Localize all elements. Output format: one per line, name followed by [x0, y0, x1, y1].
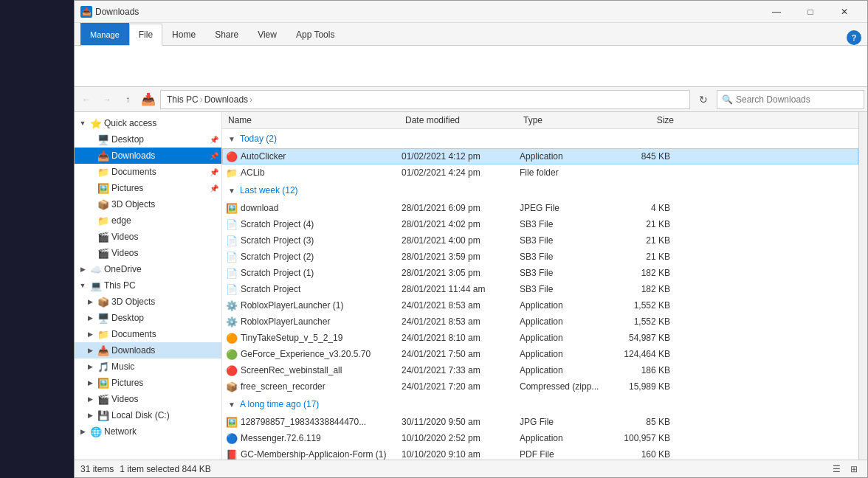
- file-row-roblox[interactable]: ⚙️ RobloxPlayerLauncher 24/01/2021 8:53 …: [222, 314, 858, 330]
- file-row-tinytake[interactable]: 🟠 TinyTakeSetup_v_5_2_19 24/01/2021 8:10…: [222, 330, 858, 346]
- tree-label-onedrive: OneDrive: [104, 264, 142, 274]
- toggle-localdisk: ▶: [85, 410, 95, 420]
- col-header-date[interactable]: Date modified: [399, 115, 517, 125]
- col-header-size[interactable]: Size: [613, 115, 680, 125]
- file-row-autoclicker[interactable]: 🔴 AutoClicker 01/02/2021 4:12 pm Applica…: [222, 148, 858, 164]
- tree-label-pictures2: Pictures: [111, 378, 143, 388]
- file-row-download[interactable]: 🖼️ download 28/01/2021 6:09 pm JPEG File…: [222, 200, 858, 216]
- tree-item-3dobjects2[interactable]: ▶ 📦 3D Objects: [75, 294, 221, 310]
- file-size-gcmembership1: 160 KB: [610, 449, 676, 460]
- group-lastweek[interactable]: ▼ Last week (12): [222, 181, 858, 200]
- file-type-roblox: Application: [514, 316, 610, 327]
- tree-item-pictures[interactable]: 🖼️ Pictures 📌: [75, 180, 221, 196]
- tree-label-music: Music: [111, 361, 134, 372]
- refresh-button[interactable]: ↻: [693, 89, 714, 110]
- file-icon-scratch1: 📄: [226, 267, 238, 279]
- tree-item-music[interactable]: ▶ 🎵 Music: [75, 358, 221, 375]
- selected-info: 1 item selected 844 KB: [120, 464, 210, 474]
- nav-tree: ▼ ⭐ Quick access 🖥️ Desktop 📌 📥 Download…: [75, 112, 222, 460]
- tree-item-videos[interactable]: 🎬 Videos: [75, 229, 221, 245]
- music-icon: 🎵: [97, 361, 109, 373]
- tab-file[interactable]: File: [129, 24, 162, 46]
- tree-item-localdisk[interactable]: ▶ 💾 Local Disk (C:): [75, 407, 221, 423]
- file-size-autoclicker: 845 KB: [610, 151, 676, 162]
- col-header-name[interactable]: Name: [222, 115, 399, 125]
- file-row-scratch1[interactable]: 📄 Scratch Project (1) 28/01/2021 3:05 pm…: [222, 265, 858, 281]
- file-name-scratch: Scratch Project: [241, 284, 396, 294]
- file-date-scratch1: 28/01/2021 3:05 pm: [396, 268, 514, 278]
- file-icon-scratch3: 📄: [226, 235, 238, 246]
- tree-item-pictures2[interactable]: ▶ 🖼️ Pictures: [75, 375, 221, 391]
- tiles-view-button[interactable]: ⊞: [847, 462, 861, 477]
- tree-item-videos2[interactable]: 🎬 Videos: [75, 245, 221, 261]
- file-row-screenrec[interactable]: 🔴 ScreenRec_webinstall_all 24/01/2021 7:…: [222, 362, 858, 378]
- tree-item-documents[interactable]: 📁 Documents 📌: [75, 164, 221, 180]
- file-row-scratch[interactable]: 📄 Scratch Project 28/01/2021 11:44 am SB…: [222, 281, 858, 297]
- tree-item-quickaccess[interactable]: ▼ ⭐ Quick access: [75, 115, 221, 131]
- file-name-messenger: Messenger.72.6.119: [241, 433, 396, 443]
- tree-item-desktop[interactable]: 🖥️ Desktop 📌: [75, 131, 221, 148]
- thispc-icon: 💻: [90, 280, 102, 291]
- file-row-geforce[interactable]: 🟢 GeForce_Experience_v3.20.5.70 24/01/20…: [222, 346, 858, 362]
- file-row-roblox1[interactable]: ⚙️ RobloxPlayerLauncher (1) 24/01/2021 8…: [222, 297, 858, 314]
- tree-item-downloads2[interactable]: ▶ 📥 Downloads: [75, 342, 221, 358]
- minimize-button[interactable]: —: [760, 1, 793, 23]
- toggle-edge: [85, 215, 95, 226]
- tree-item-documents2[interactable]: ▶ 📁 Documents: [75, 326, 221, 342]
- tab-manage[interactable]: Manage: [80, 23, 129, 45]
- tree-item-network[interactable]: ▶ 🌐 Network: [75, 423, 221, 440]
- file-row-scratch4[interactable]: 📄 Scratch Project (4) 28/01/2021 4:02 pm…: [222, 216, 858, 232]
- file-type-screenrec: Application: [514, 365, 610, 375]
- maximize-button[interactable]: □: [793, 1, 827, 23]
- file-date-scratch4: 28/01/2021 4:02 pm: [396, 219, 514, 229]
- tree-item-thispc[interactable]: ▼ 💻 This PC: [75, 277, 221, 294]
- tab-share[interactable]: Share: [205, 23, 248, 45]
- search-input[interactable]: [736, 94, 859, 105]
- file-row-scratch3[interactable]: 📄 Scratch Project (3) 28/01/2021 4:00 pm…: [222, 232, 858, 249]
- file-row-gcmembership1[interactable]: 📕 GC-Membership-Applicaion-Form (1) 10/1…: [222, 446, 858, 460]
- desktop-icon: 🖥️: [97, 134, 109, 145]
- file-type-download: JPEG File: [514, 203, 610, 213]
- group-toggle-lastweek: ▼: [228, 187, 235, 195]
- tab-view[interactable]: View: [248, 23, 286, 45]
- content-area: ▼ ⭐ Quick access 🖥️ Desktop 📌 📥 Download…: [75, 112, 867, 460]
- back-button[interactable]: ←: [78, 91, 95, 108]
- file-type-freescreen: Compressed (zipp...: [514, 381, 610, 392]
- file-row-aclib[interactable]: 📁 ACLib 01/02/2021 4:24 pm File folder: [222, 164, 858, 181]
- tree-item-downloads[interactable]: 📥 Downloads 📌: [75, 148, 221, 164]
- scroll-track[interactable]: [858, 112, 867, 460]
- tree-item-onedrive[interactable]: ▶ ☁️ OneDrive: [75, 261, 221, 277]
- col-header-type[interactable]: Type: [517, 115, 613, 125]
- tree-item-3dobjects[interactable]: 📦 3D Objects: [75, 196, 221, 212]
- videos3-icon: 🎬: [97, 393, 109, 405]
- toggle-pictures: [85, 183, 95, 193]
- tree-item-videos3[interactable]: ▶ 🎬 Videos: [75, 391, 221, 407]
- file-size-scratch1: 182 KB: [610, 268, 676, 278]
- tab-apptools[interactable]: App Tools: [286, 23, 344, 45]
- tree-item-edge[interactable]: 📁 edge: [75, 212, 221, 229]
- group-today[interactable]: ▼ Today (2): [222, 129, 858, 148]
- explorer-window: 📥 Downloads — □ ✕ Manage File Home Share…: [74, 0, 868, 478]
- search-box[interactable]: 🔍: [717, 90, 864, 109]
- forward-button[interactable]: →: [98, 91, 116, 108]
- tab-home[interactable]: Home: [162, 23, 205, 45]
- file-icon-roblox1: ⚙️: [226, 299, 238, 311]
- tree-label-videos2: Videos: [111, 248, 138, 258]
- tree-label-thispc: This PC: [104, 280, 136, 291]
- file-row-img128[interactable]: 🖼️ 128798857_19834338844470... 30/11/202…: [222, 414, 858, 430]
- pin-pictures: 📌: [210, 184, 218, 193]
- tree-item-desktop2[interactable]: ▶ 🖥️ Desktop: [75, 310, 221, 326]
- file-row-scratch2[interactable]: 📄 Scratch Project (2) 28/01/2021 3:59 pm…: [222, 249, 858, 265]
- file-row-freescreen[interactable]: 📦 free_screen_recorder 24/01/2021 7:20 a…: [222, 378, 858, 395]
- group-longtime[interactable]: ▼ A long time ago (17): [222, 395, 858, 414]
- file-row-messenger[interactable]: 🔵 Messenger.72.6.119 10/10/2020 2:52 pm …: [222, 430, 858, 446]
- file-size-freescreen: 15,989 KB: [610, 381, 676, 392]
- status-bar: 31 items 1 item selected 844 KB ☰ ⊞: [75, 460, 867, 477]
- up-button[interactable]: ↑: [119, 91, 137, 108]
- address-path[interactable]: This PC › Downloads ›: [160, 90, 690, 109]
- close-button[interactable]: ✕: [827, 1, 861, 23]
- help-button[interactable]: ?: [847, 30, 861, 45]
- file-name-scratch4: Scratch Project (4): [241, 219, 396, 229]
- details-view-button[interactable]: ☰: [829, 462, 844, 477]
- tree-label-edge: edge: [111, 215, 131, 226]
